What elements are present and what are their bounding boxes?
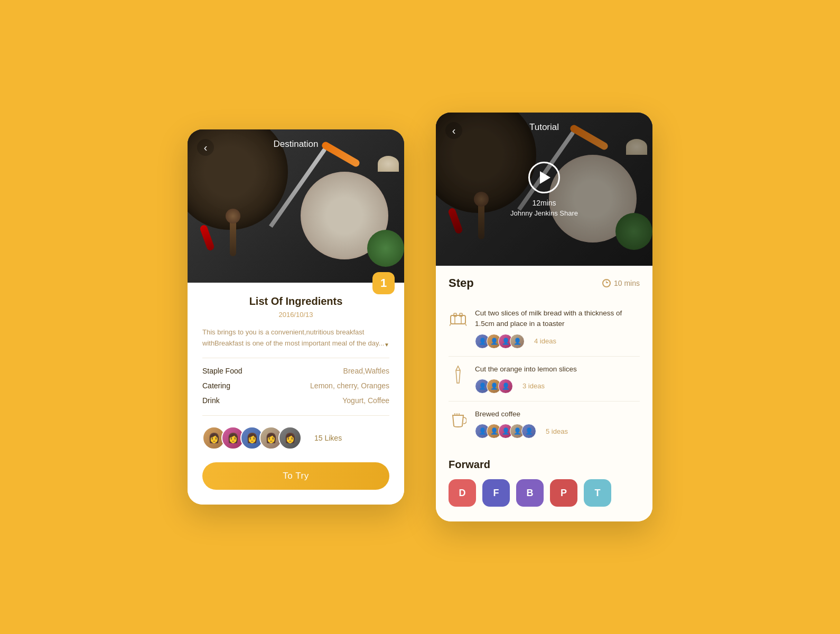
forward-button-p[interactable]: P <box>550 479 577 507</box>
likes-count: 15 Likes <box>314 434 342 442</box>
forward-button-f[interactable]: F <box>482 479 510 507</box>
green-veg-decoration <box>367 230 404 267</box>
mushroom-decoration <box>378 156 399 172</box>
to-try-button[interactable]: To Try <box>202 462 389 490</box>
step-item-3: Brewed coffee 👤 👤 👤 👤 👤 5 ideas <box>449 402 640 446</box>
card-description: This brings to you is a convenient,nutri… <box>202 327 389 349</box>
card-title: List Of Ingredients <box>202 295 389 307</box>
step-time: 10 mins <box>602 279 640 287</box>
divider-1 <box>202 358 389 358</box>
knife-step-icon <box>449 365 468 384</box>
ingredient-row-staple: Staple Food Bread,Waftles <box>202 367 389 375</box>
clock-icon <box>602 279 611 287</box>
right-back-button[interactable]: ‹ <box>445 122 462 139</box>
step-text-1: Cut two slices of milk bread with a thic… <box>475 308 640 330</box>
forward-section: Forward D F B P T <box>449 459 640 507</box>
svg-line-5 <box>450 324 451 326</box>
svg-rect-0 <box>451 315 465 324</box>
likes-row: 👩 👩 👩 👩 👩 15 Likes <box>202 426 389 450</box>
video-duration: 12mins <box>532 199 556 207</box>
idea-avatars-3: 👤 👤 👤 👤 👤 <box>475 424 536 439</box>
step-item-2: Cut the orange into lemon slices 👤 👤 👤 3… <box>449 357 640 402</box>
idea-av-1-4: 👤 <box>510 334 525 349</box>
ideas-count-1: 4 ideas <box>534 337 556 345</box>
left-back-button[interactable]: ‹ <box>197 139 214 156</box>
right-food-image: 12mins Johnny Jenkins Share ‹ Tutorial <box>436 113 652 266</box>
idea-avatars-1: 👤 👤 👤 👤 <box>475 334 525 349</box>
step-title: Step <box>449 276 474 290</box>
step-item-1: Cut two slices of milk bread with a thic… <box>449 301 640 357</box>
avatar-stack: 👩 👩 👩 👩 👩 <box>202 426 302 450</box>
step-header: Step 10 mins <box>449 276 640 290</box>
step-info-1: Cut two slices of milk bread with a thic… <box>475 308 640 349</box>
step-ideas-row-3: 👤 👤 👤 👤 👤 5 ideas <box>475 424 640 439</box>
idea-avatars-2: 👤 👤 👤 <box>475 379 513 394</box>
toaster-icon <box>449 309 468 328</box>
left-food-bg <box>188 129 404 283</box>
divider-2 <box>202 415 389 416</box>
steps-list: Cut two slices of milk bread with a thic… <box>449 301 640 446</box>
step-time-value: 10 mins <box>614 279 640 287</box>
right-nav-title: Tutorial <box>529 122 559 133</box>
left-card-content: 1 List Of Ingredients 2016/10/13 This br… <box>188 283 404 505</box>
step-info-2: Cut the orange into lemon slices 👤 👤 👤 3… <box>475 364 640 394</box>
step-info-3: Brewed coffee 👤 👤 👤 👤 👤 5 ideas <box>475 409 640 439</box>
forward-button-b[interactable]: B <box>516 479 544 507</box>
ingredient-value-catering: Lemon, cherry, Oranges <box>310 381 389 390</box>
idea-av-3-5: 👤 <box>521 424 536 439</box>
right-phone-card: 12mins Johnny Jenkins Share ‹ Tutorial S… <box>436 113 652 521</box>
step-ideas-row-2: 👤 👤 👤 3 ideas <box>475 379 640 394</box>
ingredient-label-staple: Staple Food <box>202 367 242 375</box>
step-ideas-row-1: 👤 👤 👤 👤 4 ideas <box>475 334 640 349</box>
forward-title: Forward <box>449 459 640 471</box>
spoon-decoration <box>230 219 236 256</box>
ingredient-label-drink: Drink <box>202 396 220 405</box>
ingredient-label-catering: Catering <box>202 381 230 390</box>
video-overlay: 12mins Johnny Jenkins Share <box>436 113 652 266</box>
play-icon <box>540 171 550 184</box>
video-author: Johnny Jenkins Share <box>510 209 578 217</box>
cup-icon <box>449 410 468 429</box>
forward-button-d[interactable]: D <box>449 479 476 507</box>
idea-av-2-3: 👤 <box>498 379 513 394</box>
step-text-3: Brewed coffee <box>475 409 640 419</box>
badge-number: 1 <box>372 272 395 294</box>
dropdown-arrow-icon[interactable]: ▼ <box>384 341 389 349</box>
step-text-2: Cut the orange into lemon slices <box>475 364 640 375</box>
screens-container: ‹ Destination 1 List Of Ingredients 2016… <box>188 113 652 521</box>
left-food-image: ‹ Destination <box>188 129 404 283</box>
ingredient-value-staple: Bread,Waftles <box>343 367 389 375</box>
forward-button-t[interactable]: T <box>584 479 611 507</box>
left-nav-title: Destination <box>273 139 318 150</box>
svg-line-6 <box>465 324 466 326</box>
avatar-5: 👩 <box>278 426 302 450</box>
right-card-content: Step 10 mins <box>436 266 652 521</box>
left-phone-card: ‹ Destination 1 List Of Ingredients 2016… <box>188 129 404 505</box>
play-button[interactable] <box>528 162 560 193</box>
ideas-count-3: 5 ideas <box>546 427 568 435</box>
card-date: 2016/10/13 <box>202 311 389 319</box>
ingredient-value-drink: Yogurt, Coffee <box>342 396 389 405</box>
ideas-count-2: 3 ideas <box>522 382 545 390</box>
ingredients-list: Staple Food Bread,Waftles Catering Lemon… <box>202 367 389 405</box>
ingredient-row-catering: Catering Lemon, cherry, Oranges <box>202 381 389 390</box>
forward-buttons: D F B P T <box>449 479 640 507</box>
ingredient-row-drink: Drink Yogurt, Coffee <box>202 396 389 405</box>
